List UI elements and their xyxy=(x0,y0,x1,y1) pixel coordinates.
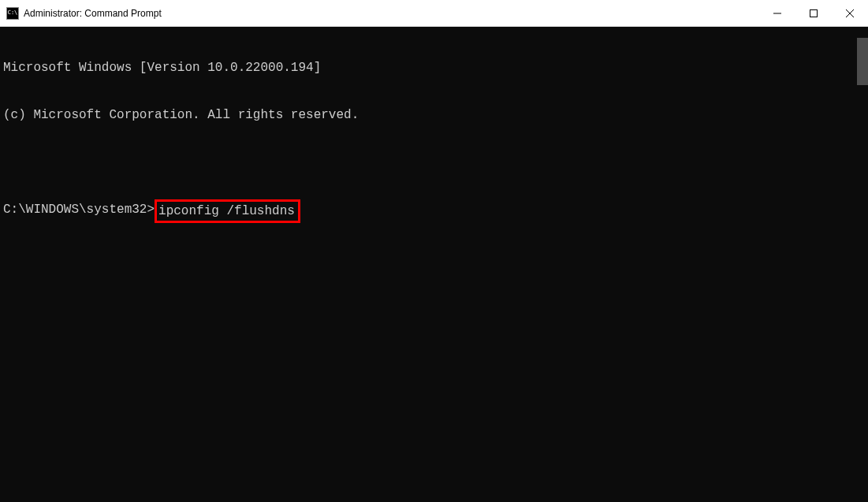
close-button[interactable] xyxy=(832,0,868,26)
app-icon-text: C:\ xyxy=(8,10,18,16)
command-text: ipconfig /flushdns xyxy=(158,204,295,218)
maximize-icon xyxy=(810,9,818,17)
window-controls xyxy=(759,0,868,26)
minimize-button[interactable] xyxy=(759,0,795,26)
command-highlight: ipconfig /flushdns xyxy=(155,199,300,223)
minimize-icon xyxy=(773,9,781,17)
svg-rect-1 xyxy=(810,9,818,17)
prompt-line: C:\WINDOWS\system32>ipconfig /flushdns xyxy=(3,202,865,221)
blank-line xyxy=(3,154,865,170)
window-title: Administrator: Command Prompt xyxy=(24,8,759,19)
titlebar[interactable]: C:\ Administrator: Command Prompt xyxy=(0,0,868,27)
command-prompt-window: C:\ Administrator: Command Prompt Micros… xyxy=(0,0,868,502)
copyright-line: (c) Microsoft Corporation. All rights re… xyxy=(3,107,865,123)
terminal-content: Microsoft Windows [Version 10.0.22000.19… xyxy=(3,28,865,252)
close-icon xyxy=(846,9,854,17)
vertical-scrollbar[interactable] xyxy=(857,38,868,85)
terminal-area[interactable]: Microsoft Windows [Version 10.0.22000.19… xyxy=(0,27,868,502)
prompt-path: C:\WINDOWS\system32> xyxy=(3,202,155,218)
version-line: Microsoft Windows [Version 10.0.22000.19… xyxy=(3,60,865,76)
maximize-button[interactable] xyxy=(795,0,832,26)
app-icon: C:\ xyxy=(6,7,19,20)
